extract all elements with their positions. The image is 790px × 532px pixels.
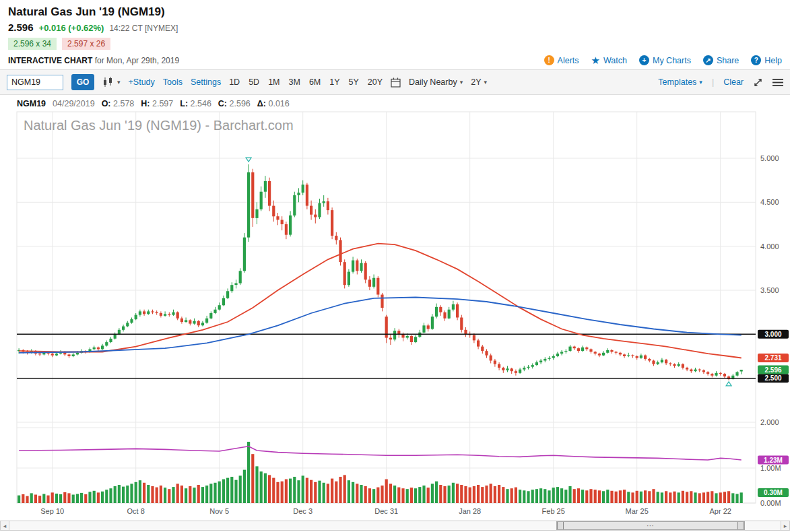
period-3m[interactable]: 3M <box>289 77 300 87</box>
price-chart[interactable]: Sep 10Oct 8Nov 5Dec 3Dec 31Jan 28Feb 25M… <box>0 111 790 519</box>
period-1d[interactable]: 1D <box>229 77 240 87</box>
page-title: Natural Gas Jun '19 (NGM19) <box>8 5 790 19</box>
expand-icon <box>753 77 763 88</box>
alerts-label: Alerts <box>558 56 579 65</box>
alert-icon: ! <box>544 55 554 65</box>
price-change: +0.016 (+0.62%) <box>39 23 104 33</box>
scroll-handle-right[interactable] <box>737 522 744 529</box>
ask-quote: 2.597 x 26 <box>62 38 110 50</box>
help-label: Help <box>764 56 782 65</box>
svg-text:2.000: 2.000 <box>760 418 779 426</box>
ohlc-symbol: NGM19 <box>17 99 46 108</box>
toolbar-divider: | <box>712 77 714 87</box>
interactive-chart-date: for Mon, Apr 29th, 2019 <box>95 56 179 65</box>
frequency-dropdown[interactable]: Daily Nearby ▾ <box>409 77 463 87</box>
share-label: Share <box>717 56 739 65</box>
calendar-button[interactable] <box>391 77 401 88</box>
scroll-handle-left[interactable] <box>557 522 564 529</box>
star-icon: ★ <box>591 55 600 65</box>
svg-text:Nov 5: Nov 5 <box>209 507 229 515</box>
symbol-input[interactable] <box>7 75 63 90</box>
chart-horizontal-scrollbar: ◂ ⋯ ▸ <box>0 521 790 531</box>
scroll-grip-icon: ⋯ <box>647 522 655 529</box>
hamburger-icon <box>772 78 783 87</box>
share-icon: ↗ <box>703 55 713 65</box>
go-button[interactable]: GO <box>71 74 94 90</box>
interactive-chart-row: INTERACTIVE CHART for Mon, Apr 29th, 201… <box>8 55 782 65</box>
svg-text:4.500: 4.500 <box>760 198 779 206</box>
ohlc-low: L: 2.546 <box>180 99 211 108</box>
chart-area: Sep 10Oct 8Nov 5Dec 3Dec 31Jan 28Feb 25M… <box>0 111 790 519</box>
plus-circle-icon: + <box>639 55 649 65</box>
bid-quote: 2.596 x 34 <box>8 38 57 50</box>
quote-row: 2.596 +0.016 (+0.62%) 14:22 CT [NYMEX] <box>8 22 790 33</box>
high-low-markers <box>246 158 731 386</box>
tools-button[interactable]: Tools <box>163 77 183 87</box>
expand-chart-button[interactable] <box>753 77 763 88</box>
svg-text:Jan 28: Jan 28 <box>459 507 481 515</box>
period-5y[interactable]: 5Y <box>349 77 359 87</box>
calendar-icon <box>391 77 401 88</box>
ohlc-close: C: 2.596 <box>218 99 251 108</box>
alerts-link[interactable]: ! Alerts <box>544 55 579 65</box>
chevron-down-icon: ▾ <box>460 79 463 86</box>
svg-text:5.000: 5.000 <box>760 154 779 162</box>
quick-links: ! Alerts ★ Watch + My Charts ↗ Share ? H… <box>544 55 782 65</box>
period-20y[interactable]: 20Y <box>368 77 383 87</box>
volume-ma-line <box>19 446 742 460</box>
menu-button[interactable] <box>772 78 783 87</box>
candlestick-icon <box>102 77 114 88</box>
price-badges: 3.0002.5002.7312.596 <box>758 330 789 383</box>
scroll-right-button[interactable]: ▸ <box>781 521 790 531</box>
share-link[interactable]: ↗ Share <box>703 55 739 65</box>
settings-button[interactable]: Settings <box>191 77 221 87</box>
svg-text:Feb 25: Feb 25 <box>542 507 565 515</box>
svg-text:0.00M: 0.00M <box>760 499 781 507</box>
templates-dropdown[interactable]: Templates ▾ <box>658 77 702 87</box>
ohlc-high: H: 2.597 <box>141 99 173 108</box>
clear-button[interactable]: Clear <box>723 77 744 87</box>
toolbar-right: Templates ▾ | Clear <box>658 77 783 88</box>
templates-label: Templates <box>658 77 696 87</box>
bid-ask-row: 2.596 x 34 2.597 x 26 <box>8 38 790 50</box>
period-buttons: 1D 5D 1M 3M 6M 1Y 5Y 20Y <box>229 77 383 87</box>
period-5d[interactable]: 5D <box>249 77 259 87</box>
svg-text:3.500: 3.500 <box>760 286 779 294</box>
svg-text:3.000: 3.000 <box>764 331 781 338</box>
frequency-value: Daily Nearby <box>409 77 457 87</box>
period-1y[interactable]: 1Y <box>329 77 339 87</box>
quote-time: 14:22 CT [NYMEX] <box>109 24 178 33</box>
svg-text:1.23M: 1.23M <box>764 457 783 464</box>
period-1m[interactable]: 1M <box>268 77 279 87</box>
scroll-track[interactable]: ⋯ <box>9 521 781 531</box>
chart-type-button[interactable]: ▾ <box>102 77 121 88</box>
moving-average-short-line <box>19 244 742 358</box>
svg-text:1.00M: 1.00M <box>760 464 781 472</box>
svg-text:Mar 25: Mar 25 <box>626 507 649 515</box>
help-icon: ? <box>751 55 761 65</box>
add-study-button[interactable]: +Study <box>129 77 155 87</box>
help-link[interactable]: ? Help <box>751 55 782 65</box>
scroll-left-button[interactable]: ◂ <box>0 521 9 531</box>
chevron-down-icon: ▾ <box>117 79 121 86</box>
ohlc-change: Δ: 0.016 <box>257 99 290 108</box>
range-dropdown[interactable]: 2Y ▾ <box>471 77 487 87</box>
volume-badges: 1.23M0.30M <box>758 456 789 497</box>
my-charts-label: My Charts <box>653 56 691 65</box>
scroll-thumb[interactable]: ⋯ <box>556 521 745 530</box>
ohlc-status-bar: NGM19 04/29/2019 O: 2.578 H: 2.597 L: 2.… <box>0 95 790 111</box>
svg-text:2.500: 2.500 <box>764 374 781 382</box>
chart-watermark: Natural Gas Jun '19 (NGM19) - Barchart.c… <box>24 118 294 133</box>
period-6m[interactable]: 6M <box>309 77 321 87</box>
svg-text:2.731: 2.731 <box>764 354 781 362</box>
svg-text:0.30M: 0.30M <box>764 489 783 496</box>
my-charts-link[interactable]: + My Charts <box>639 55 691 65</box>
chevron-down-icon: ▾ <box>484 79 487 86</box>
interactive-chart-title: INTERACTIVE CHART <box>8 56 92 65</box>
watch-label: Watch <box>603 56 627 65</box>
watch-link[interactable]: ★ Watch <box>591 55 627 65</box>
ohlc-open: O: 2.578 <box>102 99 135 108</box>
svg-text:Sep 10: Sep 10 <box>40 507 64 515</box>
svg-text:Apr 22: Apr 22 <box>709 507 731 515</box>
range-value: 2Y <box>471 77 481 87</box>
